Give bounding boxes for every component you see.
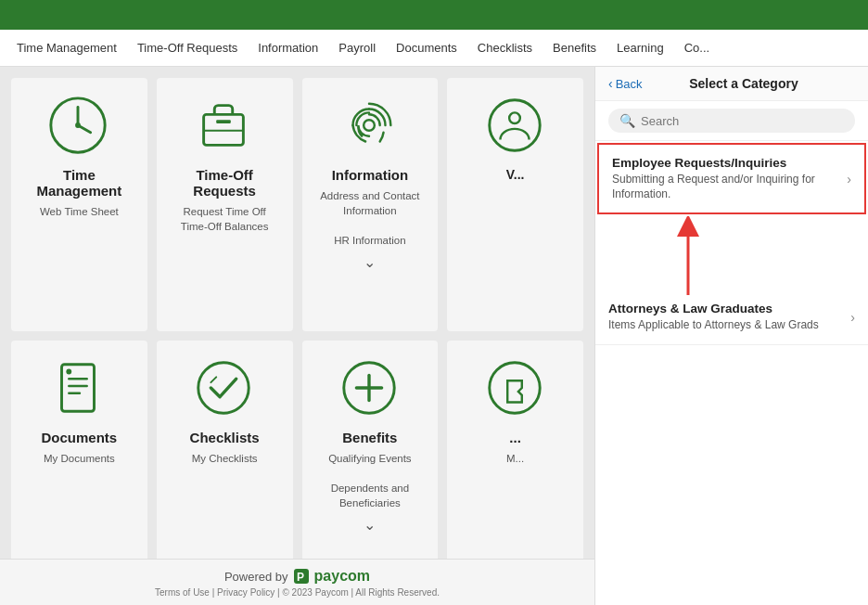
svg-point-9 [509, 112, 520, 123]
card-partial-1-title: V... [506, 167, 525, 182]
card-time-off-requests[interactable]: Time-OffRequests Request Time Off Time-O… [157, 78, 293, 331]
category-employee-requests-text: Employee Requests/Inquiries Submitting a… [612, 156, 839, 201]
card-partial-2-title: ... [509, 430, 521, 445]
category-attorneys-title: Attorneys & Law Graduates [608, 302, 843, 315]
nav-item-more[interactable]: Co... [683, 37, 711, 58]
svg-point-14 [67, 369, 72, 375]
svg-point-3 [75, 122, 81, 128]
svg-text:P: P [297, 571, 304, 584]
nav-item-time-management[interactable]: Time Management [15, 37, 119, 58]
main-content: TimeManagement Web Time Sheet Time-OffRe… [0, 67, 868, 605]
category-employee-requests[interactable]: Employee Requests/Inquiries Submitting a… [597, 143, 866, 214]
svg-point-19 [489, 363, 539, 413]
search-box: 🔍 [595, 101, 868, 141]
card-time-management[interactable]: TimeManagement Web Time Sheet [11, 78, 147, 331]
benefits-chevron-down: ⌄ [364, 516, 376, 534]
card-time-off-sub: Request Time Off Time-Off Balances [181, 204, 269, 234]
category-attorneys-chevron: › [850, 310, 855, 325]
search-icon: 🔍 [619, 113, 635, 128]
benefits-icon [337, 355, 403, 422]
document-icon [45, 355, 112, 422]
top-bar [0, 0, 868, 30]
briefcase-icon [191, 93, 258, 160]
info-chevron-down: ⌄ [364, 253, 376, 271]
card-benefits[interactable]: Benefits Qualifying Events Dependents an… [302, 341, 439, 594]
nav-item-information[interactable]: Information [256, 37, 320, 58]
category-employee-requests-chevron: › [847, 172, 851, 187]
red-arrow-svg [651, 216, 725, 300]
card-checklists-sub: My Checklists [192, 451, 258, 466]
panel-header: ‹ Back Select a Category [595, 67, 868, 101]
card-documents[interactable]: Documents My Documents [11, 341, 147, 594]
nav-item-benefits[interactable]: Benefits [551, 37, 598, 58]
card-benefits-title: Benefits [342, 430, 397, 445]
panel-title: Select a Category [689, 76, 832, 91]
svg-point-15 [198, 363, 249, 413]
card-information-title: Information [332, 167, 409, 183]
svg-rect-5 [216, 120, 231, 123]
back-label: Back [616, 77, 643, 91]
category-employee-requests-title: Employee Requests/Inquiries [612, 156, 839, 170]
card-checklists[interactable]: Checklists My Checklists [157, 341, 293, 594]
nav-item-documents[interactable]: Documents [394, 37, 459, 58]
footer: Powered by P paycom Terms of Use | Priva… [0, 559, 594, 605]
svg-point-8 [489, 100, 539, 150]
fingerprint-icon [337, 93, 403, 160]
clock-icon [45, 93, 112, 160]
card-benefits-sub: Qualifying Events Dependents and Benefic… [328, 451, 412, 510]
svg-point-7 [364, 120, 375, 131]
generic-icon-2 [482, 355, 549, 422]
nav-item-payroll[interactable]: Payroll [337, 37, 377, 58]
paycom-brand-text: paycom [314, 568, 370, 585]
card-documents-title: Documents [42, 430, 118, 445]
card-time-management-sub: Web Time Sheet [40, 204, 119, 219]
card-partial-2-sub: M... [506, 451, 524, 466]
category-attorneys[interactable]: Attorneys & Law Graduates Items Applicab… [595, 290, 868, 345]
powered-by-text: Powered by [224, 570, 288, 584]
search-input[interactable] [641, 114, 844, 128]
right-panel: ‹ Back Select a Category 🔍 Employee Requ… [594, 67, 868, 605]
category-attorneys-text: Attorneys & Law Graduates Items Applicab… [608, 302, 843, 333]
checklist-icon [191, 355, 258, 422]
card-information[interactable]: Information Address and Contact Informat… [302, 78, 439, 331]
card-partial-1[interactable]: V... [447, 78, 583, 331]
card-grid: TimeManagement Web Time Sheet Time-OffRe… [0, 67, 594, 605]
card-information-sub: Address and Contact Information HR Infor… [320, 188, 419, 248]
search-input-wrap[interactable]: 🔍 [608, 109, 855, 133]
category-attorneys-desc: Items Applicable to Attorneys & Law Grad… [608, 318, 843, 333]
footer-copyright: Terms of Use | Privacy Policy | © 2023 P… [7, 587, 587, 598]
generic-icon-1 [482, 93, 549, 160]
nav-bar: Time Management Time-Off Requests Inform… [0, 30, 868, 67]
card-checklists-title: Checklists [190, 430, 260, 445]
paycom-logo-icon: P [292, 567, 311, 586]
back-chevron-icon: ‹ [608, 76, 613, 91]
card-partial-2[interactable]: ... M... [447, 341, 583, 594]
nav-item-learning[interactable]: Learning [615, 37, 666, 58]
card-time-management-title: TimeManagement [37, 167, 122, 199]
back-button[interactable]: ‹ Back [608, 76, 643, 91]
paycom-logo: Powered by P paycom [224, 567, 370, 586]
nav-item-checklists[interactable]: Checklists [476, 37, 534, 58]
nav-item-time-off-requests[interactable]: Time-Off Requests [135, 37, 239, 58]
card-documents-sub: My Documents [44, 451, 115, 466]
card-time-off-title: Time-OffRequests [193, 167, 256, 199]
category-employee-requests-desc: Submitting a Request and/or Inquiring fo… [612, 173, 839, 201]
